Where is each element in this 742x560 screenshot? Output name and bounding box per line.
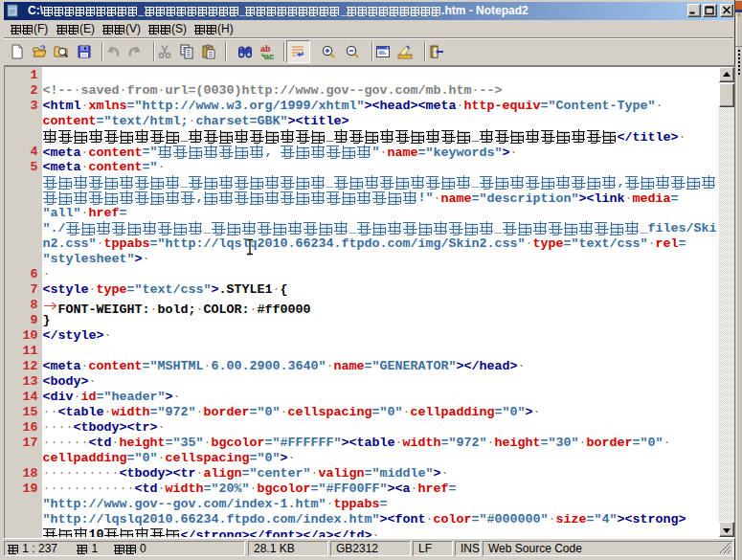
svg-text:ac: ac (264, 52, 274, 60)
